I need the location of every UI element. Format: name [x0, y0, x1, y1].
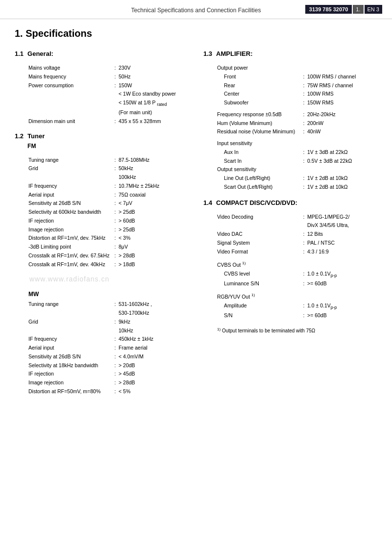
spec-label: Scart In: [217, 157, 300, 165]
spec-colon: :: [300, 73, 307, 81]
section-1-1-number: 1.1: [15, 50, 24, 57]
spec-row: Image rejection : > 25dB: [28, 226, 189, 234]
spec-value: 1V ± 2dB at 10kΩ: [307, 175, 377, 182]
spec-label: Tuning range: [28, 156, 112, 164]
spec-row: Sensitivity at 26dB S/N : < 7μV: [28, 200, 189, 207]
spec-label: Power consumption: [28, 82, 112, 90]
spec-row: Dimension main unit : 435 x 55 x 328mm: [28, 118, 189, 126]
spec-value: 1.0 ± 0.1Vp-p: [307, 270, 377, 279]
header-code: 3139 785 32070: [305, 5, 352, 14]
spec-label: Scart Out (Left/Right): [217, 183, 300, 191]
spec-colon: :: [112, 344, 119, 352]
spec-value: 530-1700kHz: [119, 309, 189, 317]
spec-label: Signal System: [217, 239, 300, 247]
spec-value: 1V ± 3dB at 22kΩ: [307, 149, 377, 156]
spec-colon: :: [112, 379, 119, 387]
spec-value: < 3%: [119, 234, 189, 242]
spec-colon: :: [112, 261, 119, 269]
spec-value: > 28dB: [119, 252, 189, 260]
spec-value: 4:3 / 16:9: [307, 248, 377, 256]
spec-colon: :: [112, 182, 119, 190]
spec-row: Selectivity at 600kHz bandwidth : > 25dB: [28, 208, 189, 216]
spec-colon: :: [300, 280, 307, 288]
spec-row: Mains frequency : 50Hz: [28, 73, 189, 81]
spec-value: > 28dB: [119, 379, 189, 387]
watermark: www.www.radiofans.cn: [29, 275, 109, 283]
spec-label: Subwoofer: [217, 99, 300, 107]
spec-colon: :: [112, 118, 119, 126]
spec-colon: :: [112, 335, 119, 343]
spec-value: > 45dB: [119, 370, 189, 378]
spec-row: Signal System : PAL / NTSC: [217, 239, 377, 247]
spec-value: 50kHz: [119, 165, 189, 173]
page-header: Technical Specifications and Connection …: [0, 0, 392, 19]
spec-colon: :: [112, 301, 119, 308]
spec-value: 10.7MHz ± 25kHz: [119, 182, 189, 190]
section-1-2-header: 1.2 Tuner FM: [15, 132, 189, 152]
section-1-4-title: COMPACT DISC/VCD/DVD:: [216, 199, 297, 206]
spec-row: IF frequency : 10.7MHz ± 25kHz: [28, 182, 189, 190]
spec-label: Video DAC: [217, 230, 300, 238]
section-1-4-header: 1.4 COMPACT DISC/VCD/DVD:: [203, 199, 377, 209]
spec-label: Mains voltage: [28, 64, 112, 72]
section-1-1-header: 1.1 General:: [15, 50, 189, 60]
spec-colon: :: [112, 234, 119, 242]
spec-row: Aerial input : Frame aerial: [28, 344, 189, 352]
spec-label: Residual noise (Volume Minimum): [217, 128, 300, 136]
spec-colon: :: [300, 149, 307, 156]
spec-colon: :: [112, 252, 119, 260]
mw-subtitle: MW: [28, 291, 189, 298]
spec-label: Crosstalk at RF=1mV, dev. 67.5kHz: [28, 252, 112, 260]
spec-label: Rear: [217, 82, 300, 90]
spec-row: Grid : 50kHz: [28, 165, 189, 173]
spec-value: 50Hz: [119, 73, 189, 81]
spec-label: Dimension main unit: [28, 118, 112, 126]
spec-row: 100kHz: [28, 174, 189, 181]
spec-colon: :: [300, 99, 307, 107]
spec-colon: :: [112, 82, 119, 90]
spec-value: > 18dB: [119, 261, 189, 269]
spec-row: Frequency response ±0.5dB : 20Hz-20kHz: [217, 111, 377, 119]
spec-value: 20Hz-20kHz: [307, 111, 377, 119]
spec-row: Tuning range : 531-1602kHz ,: [28, 301, 189, 308]
spec-row: Crosstalk at RF=1mV, dev. 40kHz : > 18dB: [28, 261, 189, 269]
right-column: 1.3 AMPLIFIER: Output power Front : 100W…: [194, 50, 377, 403]
spec-colon: :: [112, 217, 119, 225]
spec-colon: :: [300, 239, 307, 247]
spec-label: Distortion at RF=50mV, m=80%: [28, 388, 112, 396]
spec-label: Video Decoding: [217, 213, 300, 221]
spec-label: Amplitude: [217, 302, 300, 310]
spec-row: Output sensitivity: [217, 166, 377, 174]
spec-value: < 4.0mV/M: [119, 353, 189, 361]
spec-row: RGB/YUV Out 1): [217, 292, 377, 301]
spec-row: Front : 100W RMS / channel: [217, 73, 377, 81]
spec-value: 1V ± 2dB at 10kΩ: [307, 183, 377, 191]
section-1-2-title: Tuner: [27, 132, 45, 140]
spec-row: Input sensitivity: [217, 140, 377, 148]
spec-row: CVBS level : 1.0 ± 0.1Vp-p: [217, 270, 377, 279]
spec-row: Tuning range : 87.5-108MHz: [28, 156, 189, 164]
spec-row: Aux In : 1V ± 3dB at 22kΩ: [217, 149, 377, 156]
spec-colon: :: [300, 302, 307, 310]
spec-colon: :: [112, 73, 119, 81]
spec-value: 0.5V ± 3dB at 22kΩ: [307, 157, 377, 165]
spec-value: >= 60dB: [307, 312, 377, 320]
spec-value: 100W RMS: [307, 90, 377, 98]
spec-label: Grid: [28, 165, 112, 173]
spec-value: < 1W Eco standby power: [119, 90, 189, 98]
spec-label: Sensitivity at 26dB S/N: [28, 200, 112, 207]
spec-row: Crosstalk at RF=1mV, dev. 67.5kHz : > 28…: [28, 252, 189, 260]
spec-colon: :: [300, 312, 307, 320]
page-title: 1. Specifications: [15, 28, 377, 39]
spec-colon: :: [112, 362, 119, 370]
spec-colon: :: [300, 175, 307, 182]
spec-row: S/N : >= 60dB: [217, 312, 377, 320]
spec-value: 200nW: [307, 120, 377, 127]
spec-value: 87.5-108MHz: [119, 156, 189, 164]
mw-specs: Tuning range : 531-1602kHz , 530-1700kHz…: [28, 301, 189, 395]
spec-row: Scart In : 0.5V ± 3dB at 22kΩ: [217, 157, 377, 165]
spec-value: 75Ω coaxial: [119, 191, 189, 199]
spec-row: IF frequency : 450kHz ± 1kHz: [28, 335, 189, 343]
spec-label: Line Out (Left/Right): [217, 175, 300, 182]
spec-colon: :: [112, 156, 119, 164]
